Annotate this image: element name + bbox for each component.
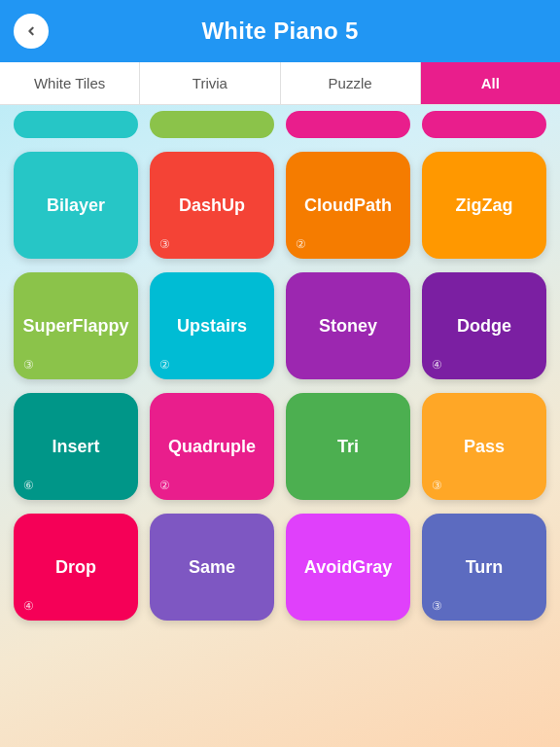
tile-zigzag[interactable]: ZigZag [422, 152, 546, 259]
tile-label: Dodge [451, 316, 517, 337]
tile-bilayer[interactable]: Bilayer [14, 152, 138, 259]
page-title: White Piano 5 [201, 18, 358, 45]
tab-white-tiles[interactable]: White Tiles [0, 62, 140, 104]
tile-label: Insert [46, 437, 105, 457]
tile-quadruple[interactable]: Quadruple② [150, 393, 274, 500]
tile-upstairs[interactable]: Upstairs② [150, 272, 274, 379]
header: White Piano 5 [0, 0, 560, 62]
tile-label: Stoney [313, 316, 383, 337]
grid-row-1: SuperFlappy③Upstairs②StoneyDodge④ [14, 272, 546, 379]
tile-avoidgray[interactable]: AvoidGray [286, 514, 410, 621]
tile-dashup[interactable]: DashUp③ [150, 152, 274, 259]
tile-label: Quadruple [162, 437, 262, 457]
tile-label: Pass [458, 437, 510, 457]
tile-label: Upstairs [171, 316, 253, 337]
grid-row-2: Insert⑥Quadruple②TriPass③ [14, 393, 546, 500]
tile-badge: ② [159, 358, 170, 372]
tile-badge: ③ [432, 479, 442, 492]
partial-tile-4 [422, 111, 546, 138]
tile-label: DashUp [173, 196, 251, 216]
tile-label: SuperFlappy [17, 316, 134, 337]
grid-row-0: BilayerDashUp③CloudPath②ZigZag [14, 152, 546, 259]
tile-badge: ③ [23, 358, 34, 372]
tile-label: Bilayer [41, 196, 111, 216]
tile-insert[interactable]: Insert⑥ [14, 393, 138, 500]
tile-badge: ③ [159, 237, 170, 251]
tile-badge: ⑥ [23, 479, 34, 492]
partial-tile-3 [286, 111, 410, 138]
tile-pass[interactable]: Pass③ [422, 393, 546, 500]
tile-turn[interactable]: Turn③ [422, 514, 546, 621]
tile-cloudpath[interactable]: CloudPath② [286, 152, 410, 259]
partial-tile-2 [150, 111, 274, 138]
tile-stoney[interactable]: Stoney [286, 272, 410, 379]
grid-row-3: Drop④SameAvoidGrayTurn③ [14, 514, 546, 621]
tab-trivia[interactable]: Trivia [140, 62, 280, 104]
tile-same[interactable]: Same [150, 514, 274, 621]
partial-row [0, 111, 560, 138]
tile-label: Tri [332, 437, 365, 457]
tile-dodge[interactable]: Dodge④ [422, 272, 546, 379]
game-grid: BilayerDashUp③CloudPath②ZigZagSuperFlapp… [0, 138, 560, 630]
back-button[interactable] [14, 14, 49, 49]
tile-superflappy[interactable]: SuperFlappy③ [14, 272, 138, 379]
tile-badge: ③ [432, 599, 442, 613]
tile-label: ZigZag [450, 196, 519, 216]
svg-point-0 [23, 23, 40, 40]
tile-label: CloudPath [298, 196, 398, 216]
tile-drop[interactable]: Drop④ [14, 514, 138, 621]
tile-badge: ② [159, 479, 170, 492]
tile-label: Turn [460, 557, 509, 578]
tab-all[interactable]: All [421, 62, 560, 104]
tab-bar: White Tiles Trivia Puzzle All [0, 62, 560, 105]
tile-badge: ④ [23, 599, 34, 613]
tile-label: Same [183, 557, 241, 578]
tab-puzzle[interactable]: Puzzle [281, 62, 421, 104]
tile-tri[interactable]: Tri [286, 393, 410, 500]
tile-badge: ④ [432, 358, 442, 372]
partial-tile-1 [14, 111, 138, 138]
tile-badge: ② [296, 237, 306, 251]
tile-label: Drop [50, 557, 102, 578]
tile-label: AvoidGray [298, 557, 398, 578]
